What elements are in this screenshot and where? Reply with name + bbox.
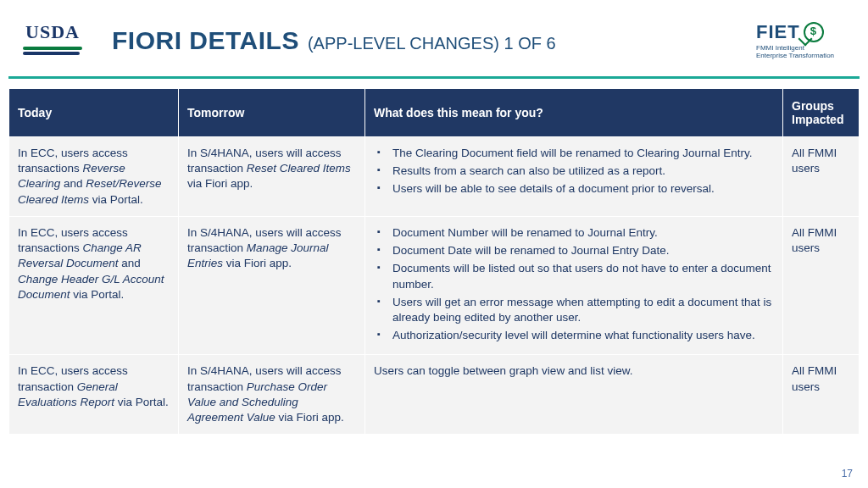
- cell-today: In ECC, users access transaction General…: [9, 355, 179, 435]
- page-title: FIORI DETAILS (APP-LEVEL CHANGES) 1 OF 6: [112, 26, 556, 55]
- col-meaning: What does this mean for you?: [365, 89, 783, 137]
- cell-groups: All FMMI users: [783, 137, 860, 217]
- col-groups: Groups Impacted: [783, 89, 860, 137]
- cell-today: In ECC, users access transactions Revers…: [9, 137, 179, 217]
- fiet-logo-subtitle: FMMI Intelligent Enterprise Transformati…: [756, 45, 834, 60]
- cell-groups: All FMMI users: [783, 355, 860, 435]
- list-item: Documents will be listed out so that use…: [377, 261, 774, 291]
- cell-groups: All FMMI users: [783, 216, 860, 355]
- list-item: Document Number will be renamed to Journ…: [377, 225, 774, 241]
- table-row: In ECC, users access transactions Revers…: [9, 137, 860, 217]
- cell-tomorrow: In S/4HANA, users will access transactio…: [179, 216, 365, 355]
- cell-tomorrow: In S/4HANA, users will access transactio…: [179, 355, 365, 435]
- col-today: Today: [9, 89, 179, 137]
- list-item: Users will get an error message when att…: [377, 295, 774, 325]
- header-row: USDA FIORI DETAILS (APP-LEVEL CHANGES) 1…: [19, 15, 849, 66]
- title-main: FIORI DETAILS: [112, 26, 299, 55]
- cell-tomorrow: In S/4HANA, users will access transactio…: [179, 137, 365, 217]
- table-row: In ECC, users access transaction General…: [9, 355, 860, 435]
- list-item: The Clearing Document field will be rena…: [377, 146, 774, 161]
- table-row: In ECC, users access transactions Change…: [9, 216, 860, 355]
- usda-logo-text: USDA: [25, 21, 80, 43]
- cell-meaning: Users can toggle between graph view and …: [365, 355, 783, 435]
- fiet-logo-text: FIET: [756, 21, 800, 43]
- usda-logo-swoosh-icon: [23, 45, 82, 60]
- fiet-logo: FIET FMMI Intelligent Enterprise Transfo…: [756, 18, 849, 64]
- col-tomorrow: Tomorrow: [179, 89, 365, 137]
- changes-table: Today Tomorrow What does this mean for y…: [8, 88, 860, 435]
- page-number: 17: [842, 468, 853, 480]
- list-item: Users will be able to see details of a d…: [377, 181, 774, 197]
- list-item: Authorization/security level will determ…: [377, 328, 774, 343]
- slide: USDA FIORI DETAILS (APP-LEVEL CHANGES) 1…: [0, 0, 868, 488]
- divider-rule: [8, 76, 860, 79]
- cell-meaning: The Clearing Document field will be rena…: [365, 137, 783, 217]
- dollar-arrow-icon: [804, 22, 824, 42]
- list-item: Document Date will be renamed to Journal…: [377, 243, 774, 258]
- usda-logo: USDA: [19, 18, 86, 64]
- cell-today: In ECC, users access transactions Change…: [9, 216, 179, 355]
- list-item: Results from a search can also be utiliz…: [377, 164, 774, 179]
- table-header-row: Today Tomorrow What does this mean for y…: [9, 89, 860, 137]
- cell-meaning: Document Number will be renamed to Journ…: [365, 216, 783, 355]
- title-sub: (APP-LEVEL CHANGES) 1 OF 6: [308, 34, 556, 53]
